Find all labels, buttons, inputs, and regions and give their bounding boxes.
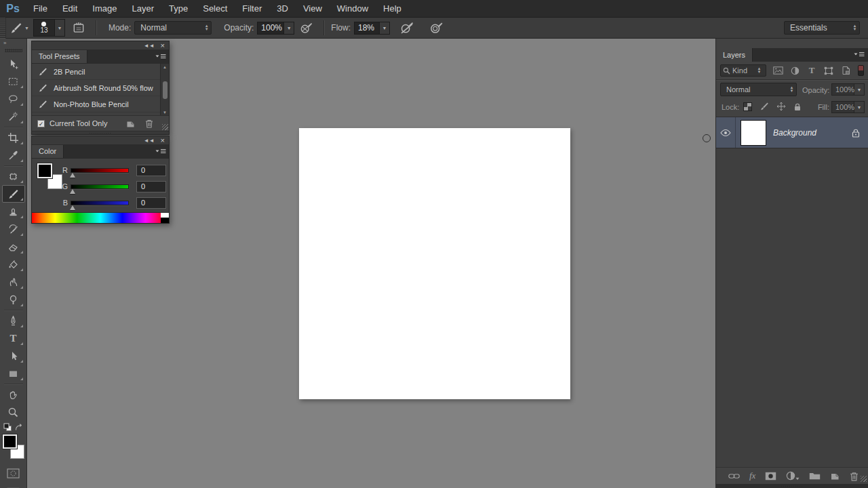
lock-all-button[interactable] bbox=[793, 102, 802, 111]
color-spectrum-ramp[interactable] bbox=[32, 212, 169, 223]
dock-drag-edge[interactable] bbox=[716, 484, 868, 488]
tab-layers[interactable]: Layers bbox=[716, 48, 753, 62]
tab-color[interactable]: Color bbox=[32, 145, 64, 158]
scrollbar[interactable]: ▲ ▼ bbox=[160, 64, 169, 115]
toggle-brush-panel-button[interactable] bbox=[72, 21, 85, 35]
filter-pixel-layers-icon[interactable] bbox=[772, 65, 783, 76]
default-colors-icon[interactable] bbox=[3, 423, 12, 432]
foreground-color-swatch[interactable] bbox=[3, 434, 17, 449]
workspace-select[interactable]: Essentials ▲ ▼ bbox=[784, 21, 860, 35]
opacity-dropdown-button[interactable]: ▼ bbox=[284, 22, 294, 35]
layer-blend-mode-select[interactable]: Normal ▲ ▼ bbox=[720, 83, 797, 96]
foreground-color-swatch[interactable] bbox=[37, 163, 52, 178]
layer-opacity-control[interactable]: 100% ▼ bbox=[831, 83, 865, 96]
menu-help[interactable]: Help bbox=[376, 0, 409, 18]
screen-mode-button[interactable] bbox=[2, 483, 25, 488]
current-tool-only-checkbox[interactable]: ✓ bbox=[37, 120, 45, 127]
tool-indicator-brush[interactable]: ▼ bbox=[9, 22, 29, 35]
menu-edit[interactable]: Edit bbox=[55, 0, 85, 18]
tablet-pressure-size-icon[interactable] bbox=[399, 20, 414, 35]
panel-drag-edge[interactable] bbox=[32, 131, 169, 134]
menu-select[interactable]: Select bbox=[195, 0, 235, 18]
green-value-field[interactable]: 0 bbox=[136, 181, 166, 192]
add-layer-mask-button[interactable] bbox=[765, 472, 776, 481]
menu-filter[interactable]: Filter bbox=[235, 0, 269, 18]
red-value-field[interactable]: 0 bbox=[136, 165, 166, 176]
toolbar-grip[interactable] bbox=[5, 49, 22, 52]
tool-history-brush[interactable] bbox=[2, 220, 25, 238]
filter-adjustment-layers-icon[interactable] bbox=[789, 65, 800, 76]
panel-resize-grip[interactable] bbox=[162, 124, 168, 130]
swap-colors-icon[interactable] bbox=[14, 423, 24, 432]
menu-window[interactable]: Window bbox=[330, 0, 376, 18]
lock-pixels-button[interactable] bbox=[760, 102, 769, 111]
tool-type[interactable]: T bbox=[2, 329, 25, 347]
link-layers-button[interactable] bbox=[728, 473, 740, 479]
brush-preset-picker[interactable]: 13 ▼ bbox=[29, 19, 65, 37]
tool-magic-wand[interactable] bbox=[2, 108, 25, 125]
preset-item-2b-pencil[interactable]: 2B Pencil bbox=[32, 64, 169, 80]
layer-name[interactable]: Background bbox=[773, 128, 852, 138]
tool-pen[interactable] bbox=[2, 312, 25, 329]
tool-healing-brush[interactable] bbox=[2, 167, 25, 185]
layer-opacity-value[interactable]: 100% bbox=[831, 83, 854, 96]
layer-thumbnail[interactable] bbox=[741, 120, 766, 146]
menu-type[interactable]: Type bbox=[161, 0, 195, 18]
scroll-up-icon[interactable]: ▲ bbox=[163, 65, 167, 69]
close-panel-icon[interactable]: × bbox=[161, 136, 165, 145]
delete-preset-button[interactable] bbox=[144, 119, 154, 128]
scroll-down-icon[interactable]: ▼ bbox=[163, 110, 167, 115]
collapse-panel-icon[interactable]: ◄◄ bbox=[144, 136, 155, 145]
filter-type-layers-icon[interactable]: T bbox=[806, 65, 817, 76]
filter-shape-layers-icon[interactable] bbox=[823, 65, 834, 76]
blend-mode-select[interactable]: Normal ▲ ▼ bbox=[134, 21, 212, 35]
lock-position-button[interactable] bbox=[776, 102, 786, 111]
menu-layer[interactable]: Layer bbox=[125, 0, 162, 18]
flow-dropdown-button[interactable]: ▼ bbox=[380, 22, 390, 35]
canvas-document[interactable] bbox=[299, 128, 570, 399]
flow-control[interactable]: 18% ▼ bbox=[354, 22, 390, 35]
lock-transparency-button[interactable] bbox=[743, 102, 752, 111]
tool-eyedropper[interactable] bbox=[2, 146, 25, 164]
filter-toggle-switch[interactable] bbox=[858, 65, 864, 76]
tool-brush[interactable] bbox=[2, 185, 25, 203]
tool-move[interactable] bbox=[2, 55, 25, 73]
new-layer-button[interactable] bbox=[830, 471, 840, 481]
green-slider-thumb[interactable] bbox=[70, 189, 75, 194]
layer-visibility-toggle[interactable] bbox=[716, 117, 736, 148]
opacity-dropdown-button[interactable]: ▼ bbox=[854, 83, 865, 96]
tool-dodge[interactable] bbox=[2, 291, 25, 308]
panel-menu-icon[interactable] bbox=[155, 148, 166, 155]
panel-resize-grip[interactable] bbox=[861, 476, 867, 482]
tablet-pressure-opacity-icon[interactable] bbox=[299, 21, 313, 35]
tool-eraser[interactable] bbox=[2, 238, 25, 256]
panel-menu-icon[interactable] bbox=[854, 52, 865, 58]
tool-hand[interactable] bbox=[2, 386, 25, 403]
quick-mask-mode-button[interactable] bbox=[2, 464, 25, 482]
layer-fill-value[interactable]: 100% bbox=[831, 101, 854, 113]
tool-rectangle[interactable] bbox=[2, 365, 25, 382]
spectrum-black-swatch[interactable] bbox=[161, 218, 169, 223]
menu-view[interactable]: View bbox=[296, 0, 330, 18]
red-slider[interactable] bbox=[71, 168, 129, 173]
collapse-panel-icon[interactable]: ◄◄ bbox=[144, 41, 155, 50]
airbrush-icon[interactable] bbox=[429, 20, 443, 35]
layer-style-button[interactable]: fx bbox=[749, 470, 755, 481]
menu-3d[interactable]: 3D bbox=[269, 0, 296, 18]
opacity-value[interactable]: 100% bbox=[257, 22, 284, 35]
red-slider-thumb[interactable] bbox=[70, 173, 75, 178]
scrollbar-thumb[interactable] bbox=[163, 81, 167, 99]
tool-path-selection[interactable] bbox=[2, 347, 25, 365]
tool-zoom[interactable] bbox=[2, 403, 25, 421]
create-new-preset-button[interactable] bbox=[126, 119, 135, 128]
menu-file[interactable]: File bbox=[26, 0, 55, 18]
flow-value[interactable]: 18% bbox=[354, 22, 380, 35]
menu-image[interactable]: Image bbox=[85, 0, 124, 18]
options-bar-grip[interactable] bbox=[0, 18, 6, 39]
fill-dropdown-button[interactable]: ▼ bbox=[854, 101, 865, 113]
tool-rectangular-marquee[interactable] bbox=[2, 73, 25, 90]
layer-row-background[interactable]: Background bbox=[716, 117, 868, 148]
tool-lasso[interactable] bbox=[2, 90, 25, 108]
new-group-button[interactable] bbox=[809, 472, 821, 480]
close-panel-icon[interactable]: × bbox=[161, 41, 165, 50]
